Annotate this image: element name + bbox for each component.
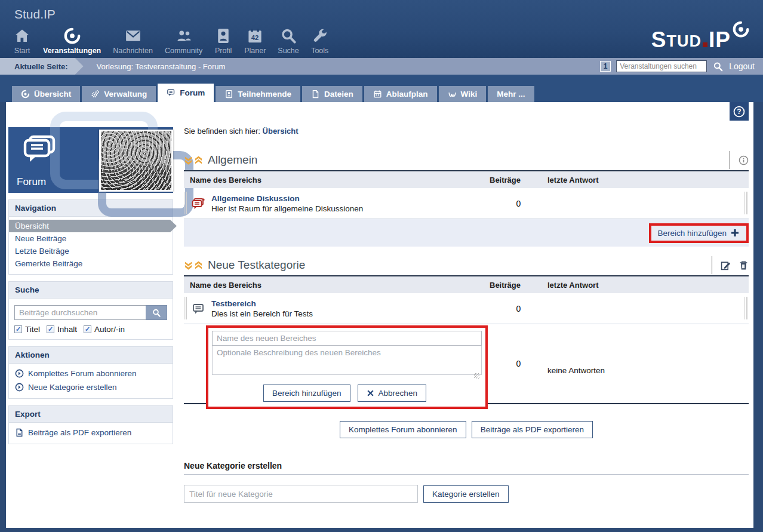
calendar-icon — [373, 90, 382, 99]
actions-box-title: Aktionen — [9, 347, 173, 364]
forum-footer-buttons: Komplettes Forum abonnieren Beiträge als… — [184, 421, 749, 438]
move-category-down-icon[interactable] — [184, 156, 193, 165]
circle-arrow-icon — [15, 383, 24, 392]
location-link-uebersicht[interactable]: Übersicht — [263, 127, 299, 136]
plus-icon — [731, 229, 739, 237]
breadcrumb-label: Aktuelle Seite: — [0, 58, 84, 75]
new-category-heading: Neue Kategorie erstellen — [184, 461, 749, 475]
logo-spiral-icon — [732, 20, 750, 38]
calendar-42-icon: 42 — [246, 27, 264, 45]
sidebar-context-header: Forum — [8, 127, 173, 193]
nav-nachrichten[interactable]: Nachrichten — [107, 27, 159, 55]
sidebar-item-neue-beitraege[interactable]: Neue Beiträge — [9, 232, 173, 245]
add-area-button[interactable]: Bereich hinzufügen — [651, 226, 745, 241]
sidebar-item-gemerkte-beitraege[interactable]: Gemerkte Beiträge — [9, 257, 173, 270]
area-post-count: 0 — [490, 304, 547, 313]
logout-link[interactable]: Logout — [729, 61, 755, 71]
checkbox-autor[interactable]: ✓ — [84, 325, 91, 333]
drag-handle[interactable] — [184, 297, 188, 319]
info-icon[interactable] — [739, 155, 749, 165]
table-row: Allgemeine Diskussion Hier ist Raum für … — [184, 188, 749, 219]
new-area-name-input[interactable] — [212, 331, 482, 346]
subscribe-forum-button[interactable]: Komplettes Forum abonnieren — [340, 421, 466, 438]
forum-area-new-icon — [191, 196, 205, 211]
export-pdf-button[interactable]: Beiträge als PDF exportieren — [472, 421, 593, 438]
checkbox-inhalt[interactable]: ✓ — [47, 325, 54, 333]
table-header: Name des Bereichs Beiträge letzte Antwor… — [184, 171, 749, 188]
course-search-input[interactable] — [616, 60, 707, 72]
category-header-neue-testkategorie: Neue Testkategorie — [184, 255, 749, 276]
course-photo — [99, 130, 173, 192]
app-title: Stud.IP — [14, 7, 56, 21]
tab-uebersicht[interactable]: Übersicht — [12, 86, 80, 102]
nav-start[interactable]: Start — [7, 27, 37, 55]
move-category-up-icon[interactable] — [194, 261, 203, 270]
search-icon — [152, 308, 161, 318]
nav-tools[interactable]: Tools — [305, 27, 335, 55]
tab-ablaufplan[interactable]: Ablaufplan — [364, 86, 437, 102]
textarea-resize-handle[interactable] — [474, 373, 479, 379]
nav-suche[interactable]: Suche — [272, 27, 304, 55]
main-panel: Sie befinden sich hier: Übersicht Allgem… — [184, 127, 749, 503]
breadcrumb-bar: Aktuelle Seite: Vorlesung: Testveranstal… — [0, 58, 763, 75]
studip-logo[interactable]: STUDIP — [651, 20, 750, 49]
cancel-x-icon — [367, 389, 374, 397]
course-search-button[interactable] — [712, 61, 724, 72]
community-icon — [175, 27, 193, 45]
forum-search-button[interactable] — [146, 305, 167, 320]
new-area-cancel-button[interactable]: Abbrechen — [358, 385, 426, 402]
action-subscribe-forum[interactable]: Komplettes Forum abonnieren — [9, 367, 173, 380]
wiki-icon — [448, 90, 457, 99]
sidebar-item-letzte-beitraege[interactable]: Letzte Beiträge — [9, 245, 173, 257]
delete-category-icon[interactable] — [739, 260, 749, 270]
help-icon: ? — [733, 105, 746, 118]
new-area-form-row: Bereich hinzufügen Abbrechen 0 keine Ant… — [184, 324, 749, 404]
area-link-testbereich[interactable]: Testbereich — [211, 299, 313, 308]
move-category-down-icon[interactable] — [184, 261, 193, 270]
sidebar-item-uebersicht[interactable]: Übersicht — [9, 220, 177, 232]
edit-category-icon[interactable] — [721, 260, 731, 270]
action-new-category[interactable]: Neue Kategorie erstellen — [9, 380, 173, 394]
category-title: Allgemein — [208, 153, 730, 167]
search-scope-badge: 1 — [600, 61, 611, 72]
person-card-icon — [224, 90, 233, 99]
mail-icon — [124, 27, 142, 45]
tab-wiki[interactable]: Wiki — [439, 86, 487, 102]
search-box-title: Suche — [9, 282, 173, 299]
forum-search-input[interactable] — [14, 305, 146, 320]
annotation-highlight: Bereich hinzufügen Abbrechen — [206, 325, 488, 409]
new-area-description-textarea[interactable] — [212, 346, 482, 375]
drag-handle[interactable] — [184, 192, 188, 214]
nav-profil[interactable]: Profil — [208, 27, 238, 55]
nav-planer[interactable]: 42 Planer — [238, 27, 272, 55]
new-category-title-input[interactable] — [184, 485, 418, 503]
drag-handle[interactable] — [744, 192, 749, 214]
tab-verwaltung[interactable]: Verwaltung — [82, 86, 156, 102]
tab-teilnehmende[interactable]: Teilnehmende — [216, 86, 300, 102]
nav-community[interactable]: Community — [159, 27, 208, 55]
drag-handle[interactable] — [744, 297, 749, 319]
gears-icon — [91, 90, 100, 99]
tab-forum[interactable]: Forum — [158, 84, 214, 102]
nav-veranstaltungen[interactable]: Veranstaltungen — [37, 27, 107, 55]
seminar-spiral-icon — [63, 27, 81, 45]
export-box-title: Export — [9, 406, 173, 423]
sidebar-context-title: Forum — [17, 176, 46, 188]
area-post-count: 0 — [490, 359, 547, 368]
app-header: Stud.IP Start Veranstaltungen Nachrichte… — [0, 0, 763, 58]
file-icon — [311, 90, 320, 99]
area-post-count: 0 — [490, 199, 547, 208]
new-area-submit-button[interactable]: Bereich hinzufügen — [263, 385, 350, 402]
course-tab-band: Übersicht Verwaltung Forum Teilnehmende … — [0, 75, 763, 102]
tab-mehr[interactable]: Mehr ... — [488, 86, 534, 102]
help-button[interactable]: ? — [730, 102, 749, 121]
search-icon — [712, 61, 724, 72]
move-category-up-icon[interactable] — [194, 156, 203, 165]
top-navigation: Start Veranstaltungen Nachrichten Commun… — [7, 27, 335, 55]
area-link-allgemeine-diskussion[interactable]: Allgemeine Diskussion — [211, 194, 363, 203]
profile-icon — [214, 27, 232, 45]
checkbox-titel[interactable]: ✓ — [14, 325, 22, 333]
export-pdf-link[interactable]: Beiträge als PDF exportieren — [9, 426, 173, 439]
tab-dateien[interactable]: Dateien — [302, 86, 362, 102]
create-category-button[interactable]: Kategorie erstellen — [423, 485, 509, 503]
